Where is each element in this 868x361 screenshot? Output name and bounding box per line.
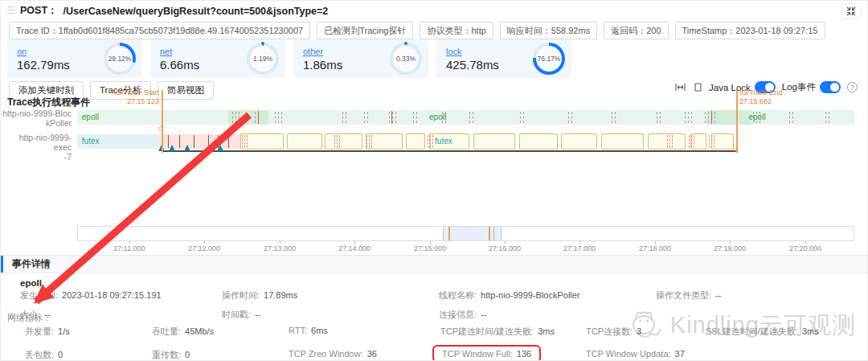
log-event-tick[interactable] — [342, 112, 343, 123]
log-event-tick[interactable] — [473, 112, 473, 123]
log-event-tick[interactable] — [612, 112, 612, 123]
log-event-tick[interactable] — [232, 112, 233, 123]
network-metrics-grid: 并发量:1/s吞吐量:45Mb/sRTT:6msTCP建连时间/建连失败:3ms… — [25, 326, 867, 361]
trace-start-star-icon: ☆ — [157, 123, 166, 134]
event-field: 操作时间:17.89ms — [222, 289, 439, 302]
card-label-link[interactable]: net — [160, 47, 172, 56]
retry-event-tick — [334, 135, 335, 148]
retry-event-tick — [714, 135, 714, 148]
lock-event-box[interactable]: futex — [429, 133, 469, 150]
donut-percent: 29.12% — [107, 46, 133, 72]
network-metrics-title: 网络指标： — [7, 312, 51, 324]
lock-event-box[interactable] — [519, 133, 557, 150]
card-label-link[interactable]: other — [303, 47, 323, 56]
card-label-link[interactable]: on — [17, 47, 27, 56]
log-event-tick[interactable] — [789, 112, 790, 123]
timeline-minimap[interactable] — [77, 226, 854, 241]
lock-event-box[interactable] — [690, 133, 706, 150]
lock-event-box[interactable] — [711, 133, 734, 150]
axis-tick — [805, 241, 806, 244]
log-event-tick[interactable] — [389, 112, 390, 123]
card-value: 425.78ms — [446, 58, 499, 72]
lock-event-box[interactable] — [406, 133, 425, 150]
lock-event-box[interactable] — [287, 133, 322, 150]
card-texts: lock425.78ms — [446, 47, 499, 72]
log-event-tick[interactable] — [685, 112, 686, 123]
retry-event-tick — [339, 135, 340, 148]
trace-badge: 已检测到Tracing探针 — [317, 22, 413, 39]
network-metric: 并发量:1/s — [25, 326, 152, 338]
log-event-tick[interactable] — [825, 112, 826, 123]
retry-event-tick — [337, 135, 338, 148]
event-field: 连接信息:-- — [439, 309, 656, 321]
wait-event-tick — [194, 135, 194, 148]
axis-tick — [204, 241, 205, 244]
log-event-tick[interactable] — [392, 112, 393, 123]
minimap-selection[interactable] — [443, 227, 502, 240]
error-event-tick[interactable] — [258, 111, 259, 124]
latency-card-net: net6.66ms1.19% — [150, 39, 285, 78]
log-event-tick[interactable] — [688, 112, 689, 123]
trace-badge: TimeStamp：2023-01-18 09:27:15 — [675, 22, 825, 39]
retry-event-tick — [711, 135, 712, 148]
log-event-tick[interactable] — [278, 112, 279, 123]
compress-button[interactable] — [841, 3, 861, 19]
log-event-tick[interactable] — [660, 112, 661, 123]
lock-event-box[interactable] — [473, 133, 515, 150]
retry-event-tick — [430, 135, 431, 148]
error-event-tick[interactable] — [391, 111, 392, 124]
log-event-tick[interactable] — [275, 112, 276, 123]
axis-tick — [354, 241, 355, 244]
log-event-tick[interactable] — [571, 112, 572, 123]
error-event-tick[interactable] — [711, 111, 712, 124]
log-event-tick[interactable] — [469, 112, 470, 123]
log-event-tick[interactable] — [395, 112, 396, 123]
log-event-tick[interactable] — [523, 112, 524, 123]
log-event-tick[interactable] — [615, 112, 616, 123]
lock-event-box[interactable] — [601, 133, 644, 150]
axis-tick — [730, 241, 731, 244]
trace-badge: 协议类型：http — [420, 22, 493, 39]
lock-event-box[interactable] — [561, 133, 596, 150]
network-metric: 丢包数:0 — [25, 349, 152, 361]
log-event-tick[interactable] — [416, 112, 417, 123]
epoll-label: epoll — [82, 113, 99, 121]
thread-name: http-nio-9999-exec-7 — [2, 133, 72, 162]
network-metric: SSL建连时间/建连失败:3ms — [706, 326, 867, 338]
log-event-tick[interactable] — [239, 112, 240, 123]
retry-event-tick — [242, 135, 243, 148]
log-event-tick[interactable] — [367, 112, 368, 123]
lock-event-box[interactable] — [325, 133, 362, 150]
wait-event-tick — [228, 135, 229, 148]
log-event-tick[interactable] — [829, 112, 829, 123]
log-event-tick[interactable] — [705, 112, 706, 123]
log-event-tick[interactable] — [520, 112, 521, 123]
axis-time-label: 27:11.000 — [113, 244, 145, 252]
card-value: 1.86ms — [303, 58, 342, 72]
network-metric: TCP Window Full:136 — [440, 349, 586, 361]
retry-event-tick — [667, 135, 668, 148]
retry-event-tick — [371, 135, 372, 148]
key-moment-marker[interactable] — [169, 145, 175, 151]
key-moment-marker[interactable] — [184, 145, 190, 151]
log-event-tick[interactable] — [792, 112, 793, 123]
retry-event-tick — [672, 135, 673, 148]
log-event-tick[interactable] — [413, 112, 414, 123]
log-event-tick[interactable] — [568, 112, 569, 123]
log-event-tick[interactable] — [346, 112, 346, 123]
log-event-tick[interactable] — [714, 112, 715, 123]
drag-handle-icon — [7, 6, 14, 15]
donut-percent: 1.19% — [250, 46, 276, 72]
log-event-tick[interactable] — [364, 112, 365, 123]
axis-time-label: 27:13.000 — [264, 244, 296, 252]
card-label-link[interactable]: lock — [446, 47, 462, 56]
log-event-tick[interactable] — [281, 112, 282, 123]
log-event-tick[interactable] — [235, 112, 236, 123]
log-event-tick[interactable] — [657, 112, 657, 123]
log-event-tick[interactable] — [691, 112, 692, 123]
key-moment-marker[interactable] — [217, 145, 223, 151]
epoll-event-bar[interactable]: epollepollepoll — [77, 110, 854, 125]
compress-icon — [846, 6, 856, 16]
log-event-tick[interactable] — [708, 112, 709, 123]
log-event-tick[interactable] — [255, 112, 256, 123]
